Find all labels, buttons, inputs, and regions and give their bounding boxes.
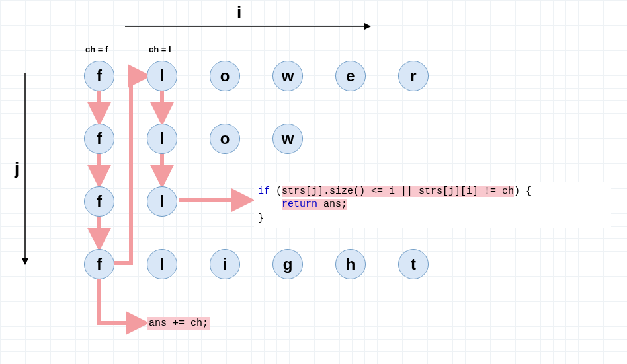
cell-r0-c4: e <box>335 61 366 91</box>
cell-r1-c1: l <box>147 124 177 154</box>
code-return-kw: return <box>282 199 317 210</box>
cell-r0-c2: o <box>210 61 240 91</box>
code-return-val: ans; <box>317 199 347 210</box>
code-open: ( <box>270 186 282 197</box>
code-ans-accumulate: ans += ch; <box>147 317 210 330</box>
cell-r3-c1: l <box>147 249 177 279</box>
cell-r0-c0: f <box>84 61 114 91</box>
cell-r3-c2: i <box>210 249 240 279</box>
code-condition: strs[j].size() <= i || strs[j][i] != ch <box>282 186 514 197</box>
code-if-kw: if <box>258 186 270 197</box>
cell-r2-c1: l <box>147 186 177 217</box>
cell-r3-c5: t <box>398 249 429 279</box>
cell-r0-c1: l <box>147 61 177 91</box>
cell-r1-c3: w <box>272 124 303 154</box>
cell-r1-c0: f <box>84 124 114 154</box>
col-header-0: ch = f <box>85 44 108 54</box>
cell-r2-c0: f <box>84 186 114 217</box>
code-close: ) { <box>514 186 532 197</box>
axis-label-i: i <box>237 3 241 23</box>
cell-r3-c4: h <box>335 249 366 279</box>
code-brace: } <box>258 213 264 224</box>
axis-label-j: j <box>15 159 19 179</box>
cell-r0-c5: r <box>398 61 429 91</box>
cell-r3-c3: g <box>272 249 303 279</box>
col-header-1: ch = l <box>149 44 171 54</box>
cell-r0-c3: w <box>272 61 303 91</box>
cell-r3-c0: f <box>84 249 114 279</box>
cell-r1-c2: o <box>210 124 240 154</box>
code-conditional: if (strs[j].size() <= i || strs[j][i] !=… <box>254 182 611 228</box>
